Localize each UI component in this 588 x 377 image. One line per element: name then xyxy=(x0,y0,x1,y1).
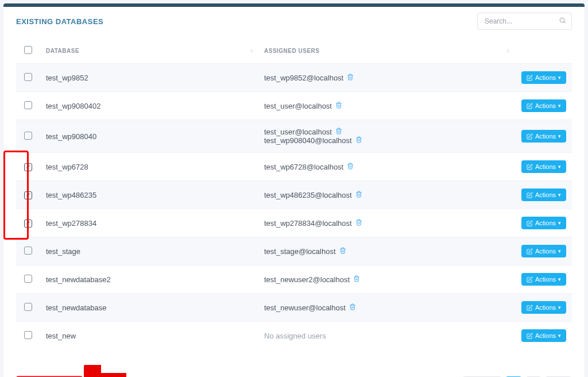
assigned-user: test_newuser@localhost xyxy=(264,303,509,312)
table-row: test_stagetest_stage@localhostActions▾ xyxy=(16,237,572,266)
unassign-user-icon[interactable] xyxy=(353,275,360,284)
chevron-down-icon: ▾ xyxy=(558,248,561,254)
row-checkbox[interactable] xyxy=(24,191,32,199)
actions-button[interactable]: Actions▾ xyxy=(521,301,566,314)
row-checkbox[interactable] xyxy=(24,275,32,283)
user-name: test_wp6728@localhost xyxy=(264,163,343,171)
row-checkbox[interactable] xyxy=(24,132,32,140)
actions-cell: Actions▾ xyxy=(514,266,572,294)
select-all-checkbox[interactable] xyxy=(24,46,32,54)
actions-button[interactable]: Actions▾ xyxy=(521,130,566,143)
table-row: test_newNo assigned usersActions▾ xyxy=(16,322,572,350)
database-name: test_wp486235 xyxy=(40,181,258,209)
annotation-arrow xyxy=(84,365,130,377)
user-name: test_stage@localhost xyxy=(264,247,336,256)
actions-cell: Actions▾ xyxy=(514,322,572,350)
assigned-user: test_wp908040@localhost xyxy=(264,136,509,145)
actions-cell: Actions▾ xyxy=(514,92,572,120)
unassign-user-icon[interactable] xyxy=(347,163,354,171)
header-actions xyxy=(514,39,572,64)
sort-icon: ↑↓ xyxy=(506,48,509,53)
assigned-user: test_wp278834@localhost xyxy=(264,219,509,228)
search-input[interactable] xyxy=(477,13,572,30)
actions-button[interactable]: Actions▾ xyxy=(521,217,566,229)
row-checkbox[interactable] xyxy=(24,303,32,311)
database-name: test_newdatabase xyxy=(40,294,258,322)
actions-button[interactable]: Actions▾ xyxy=(521,160,566,173)
table-row: test_wp486235test_wp486235@localhostActi… xyxy=(16,181,572,209)
checkbox-cell xyxy=(16,120,40,153)
search-wrapper xyxy=(477,13,572,30)
assigned-user: test_user@localhost xyxy=(264,128,509,136)
actions-button[interactable]: Actions▾ xyxy=(521,273,566,286)
chevron-down-icon: ▾ xyxy=(558,164,561,170)
unassign-user-icon[interactable] xyxy=(349,303,356,312)
checkbox-cell xyxy=(16,266,40,294)
no-users-text: No assigned users xyxy=(264,332,326,340)
database-name: test_wp278834 xyxy=(40,209,258,237)
actions-button[interactable]: Actions▾ xyxy=(521,245,566,257)
database-name: test_new xyxy=(40,322,258,350)
header-users-label: ASSIGNED USERS xyxy=(264,48,319,54)
unassign-user-icon[interactable] xyxy=(355,136,362,145)
assigned-users-cell: test_wp278834@localhost xyxy=(258,209,514,237)
svg-line-1 xyxy=(564,22,565,23)
header-users[interactable]: ASSIGNED USERS ↑↓ xyxy=(258,39,514,64)
unassign-user-icon[interactable] xyxy=(347,74,354,82)
chevron-down-icon: ▾ xyxy=(558,133,561,139)
actions-label: Actions xyxy=(535,248,556,255)
table-wrapper: DATABASE ↑↓ ASSIGNED USERS ↑↓ test_wp985… xyxy=(3,39,585,360)
actions-label: Actions xyxy=(535,191,556,198)
checkbox-cell xyxy=(16,209,40,237)
row-checkbox[interactable] xyxy=(24,163,32,171)
actions-button[interactable]: Actions▾ xyxy=(521,71,566,84)
user-name: test_newuser2@localhost xyxy=(264,275,350,284)
table-row: test_wp6728test_wp6728@localhostActions▾ xyxy=(16,153,572,181)
unassign-user-icon[interactable] xyxy=(339,247,346,256)
checkbox-cell xyxy=(16,237,40,266)
database-name: test_wp9080402 xyxy=(40,92,258,120)
actions-cell: Actions▾ xyxy=(514,209,572,237)
header-checkbox-cell xyxy=(16,39,40,64)
assigned-user: test_user@localhost xyxy=(264,102,509,110)
row-checkbox[interactable] xyxy=(24,247,32,255)
row-checkbox[interactable] xyxy=(24,220,32,228)
user-name: test_user@localhost xyxy=(264,128,332,136)
header-database[interactable]: DATABASE ↑↓ xyxy=(40,39,258,64)
actions-cell: Actions▾ xyxy=(514,153,572,181)
unassign-user-icon[interactable] xyxy=(335,102,342,110)
database-name: test_wp6728 xyxy=(40,153,258,181)
user-name: test_newuser@localhost xyxy=(264,303,346,312)
checkbox-cell xyxy=(16,322,40,350)
unassign-user-icon[interactable] xyxy=(355,219,362,228)
actions-button[interactable]: Actions▾ xyxy=(521,188,566,201)
actions-cell: Actions▾ xyxy=(514,294,572,322)
checkbox-cell xyxy=(16,92,40,120)
row-checkbox[interactable] xyxy=(24,73,32,81)
search-icon xyxy=(559,16,566,26)
actions-cell: Actions▾ xyxy=(514,64,572,92)
sort-icon: ↑↓ xyxy=(250,48,253,53)
actions-label: Actions xyxy=(535,304,556,311)
chevron-down-icon: ▾ xyxy=(558,333,561,338)
table-row: test_wp278834test_wp278834@localhostActi… xyxy=(16,209,572,237)
panel-title: EXISTING DATABASES xyxy=(16,17,103,26)
row-checkbox[interactable] xyxy=(24,331,32,339)
row-checkbox[interactable] xyxy=(24,101,32,109)
user-name: test_wp9852@localhost xyxy=(264,74,343,82)
assigned-user: test_wp6728@localhost xyxy=(264,163,509,171)
header-database-label: DATABASE xyxy=(46,48,79,54)
table-row: test_wp908040test_user@localhosttest_wp9… xyxy=(16,120,572,153)
assigned-users-cell: test_newuser2@localhost xyxy=(258,266,514,294)
assigned-users-cell: test_wp6728@localhost xyxy=(258,153,514,181)
unassign-user-icon[interactable] xyxy=(335,128,342,136)
actions-button[interactable]: Actions▾ xyxy=(521,329,566,342)
actions-label: Actions xyxy=(535,74,556,81)
checkbox-cell xyxy=(16,181,40,209)
user-name: test_user@localhost xyxy=(264,102,332,110)
actions-button[interactable]: Actions▾ xyxy=(521,99,566,112)
user-name: test_wp486235@localhost xyxy=(264,191,352,199)
unassign-user-icon[interactable] xyxy=(355,191,362,199)
database-name: test_stage xyxy=(40,237,258,266)
actions-label: Actions xyxy=(535,332,556,339)
